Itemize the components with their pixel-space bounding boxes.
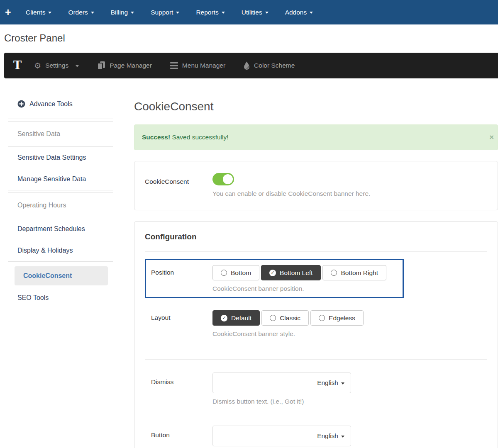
button-controls: English Policy link button text. (i.e., … xyxy=(212,426,351,448)
language-label: English xyxy=(317,432,338,440)
droplet-icon xyxy=(244,61,250,70)
radio-circle-icon xyxy=(319,315,325,321)
nav-item-utilities[interactable]: Utilities xyxy=(233,0,277,24)
sidebar-divider xyxy=(8,119,113,122)
button-label: Default xyxy=(231,314,251,322)
language-label: English xyxy=(317,379,338,387)
toolbar-item-label: Page Manager xyxy=(110,62,152,69)
nav-item-addons[interactable]: Addons xyxy=(277,0,322,24)
top-navbar: + Clients Orders Billing Support Reports… xyxy=(0,0,498,24)
sidebar-item-advance-tools[interactable]: Advance Tools xyxy=(8,99,113,109)
chevron-down-icon xyxy=(222,12,225,14)
configuration-card: Configuration Position Bottom ✓ xyxy=(134,221,498,448)
chevron-down-icon xyxy=(341,436,344,438)
dismiss-language-select[interactable]: English xyxy=(317,379,344,387)
layout-option-classic[interactable]: Classic xyxy=(261,310,309,326)
field-label-button: Button xyxy=(146,426,212,448)
nav-item-support[interactable]: Support xyxy=(142,0,188,24)
close-icon[interactable]: × xyxy=(489,133,494,141)
sidebar-item-department-schedules[interactable]: Department Schedules xyxy=(8,218,113,240)
dismiss-input[interactable]: English xyxy=(212,373,351,393)
page-title: Croster Panel xyxy=(4,32,498,44)
alert-strong-text: Success! xyxy=(142,134,170,141)
chevron-down-icon xyxy=(76,65,79,67)
addon-toolbar: T ⚙ Settings Page Manager Menu Manager C… xyxy=(4,53,498,78)
nav-item-label: Support xyxy=(151,9,173,16)
sidebar-item-label: Advance Tools xyxy=(29,100,73,108)
chevron-down-icon xyxy=(341,382,344,385)
chevron-down-icon xyxy=(131,12,134,14)
field-label-layout: Layout xyxy=(146,310,212,338)
radio-circle-icon xyxy=(331,270,337,276)
content-area: Advance Tools Sensitive Data Sensitive D… xyxy=(0,99,498,448)
check-circle-icon: ✓ xyxy=(221,315,227,321)
position-option-bottom[interactable]: Bottom xyxy=(212,265,259,280)
nav-item-label: Billing xyxy=(111,9,128,16)
field-help-text: CookieConsent banner style. xyxy=(212,330,364,338)
button-label: Bottom Right xyxy=(341,269,378,277)
field-label-cookieconsent: CookieConsent xyxy=(145,173,212,197)
position-button-group: Bottom ✓ Bottom Left Bottom Right xyxy=(212,265,386,280)
theme-logo-icon[interactable]: T xyxy=(13,59,22,72)
position-field-highlight-box: Position Bottom ✓ Bottom Left xyxy=(145,259,404,298)
sidebar-item-display-holidays[interactable]: Display & Holidays xyxy=(8,240,113,261)
sidebar-item-seo-tools[interactable]: SEO Tools xyxy=(8,287,113,309)
divider xyxy=(145,251,487,252)
position-option-bottom-right[interactable]: Bottom Right xyxy=(322,265,386,280)
field-label-dismiss: Dismiss xyxy=(146,373,212,405)
plus-icon[interactable]: + xyxy=(4,6,17,18)
nav-item-reports[interactable]: Reports xyxy=(188,0,233,24)
nav-item-label: Utilities xyxy=(242,9,262,16)
page-section-title: CookieConsent xyxy=(134,99,498,113)
card-title: Configuration xyxy=(145,232,487,241)
toolbar-item-label: Color Scheme xyxy=(254,62,295,69)
layout-option-default[interactable]: ✓ Default xyxy=(212,310,260,326)
button-field-box: Button English Policy link button text. … xyxy=(145,419,404,448)
cookieconsent-toggle[interactable] xyxy=(212,173,234,185)
chevron-down-icon xyxy=(176,12,179,14)
main-panel: CookieConsent Success! Saved successfull… xyxy=(134,99,498,448)
dismiss-text-field[interactable] xyxy=(219,373,317,393)
button-input[interactable]: English xyxy=(212,426,351,446)
sidebar-item-sensitive-data-settings[interactable]: Sensitive Data Settings xyxy=(8,147,113,168)
toolbar-item-settings[interactable]: ⚙ Settings xyxy=(34,62,79,70)
nav-item-billing[interactable]: Billing xyxy=(103,0,142,24)
sidebar-item-manage-sensitive-data[interactable]: Manage Sensitive Data xyxy=(8,168,113,190)
plus-circle-icon xyxy=(17,100,25,108)
nav-item-orders[interactable]: Orders xyxy=(60,0,102,24)
cookieconsent-enable-card: CookieConsent You can enable or disable … xyxy=(134,161,498,210)
nav-item-label: Orders xyxy=(68,9,88,16)
nav-item-clients[interactable]: Clients xyxy=(17,0,60,24)
toolbar-item-label: Settings xyxy=(45,62,68,69)
toolbar-item-menu-manager[interactable]: Menu Manager xyxy=(170,62,225,69)
check-circle-icon: ✓ xyxy=(269,270,276,276)
field-help-text: CookieConsent banner position. xyxy=(212,285,386,292)
sidebar-divider xyxy=(8,261,113,262)
field-label-position: Position xyxy=(146,265,212,292)
button-text-field[interactable] xyxy=(219,426,317,446)
field-help-text: You can enable or disable CookieConsent … xyxy=(212,190,370,197)
sidebar-divider xyxy=(8,190,113,193)
nav-item-label: Clients xyxy=(26,9,45,16)
button-label: Classic xyxy=(280,314,300,322)
layout-controls: ✓ Default Classic Edgeless xyxy=(212,310,364,338)
chevron-down-icon xyxy=(48,12,51,14)
chevron-down-icon xyxy=(310,12,313,14)
layout-field-box: Layout ✓ Default Classic xyxy=(145,304,404,343)
button-label: Edgeless xyxy=(329,314,355,322)
button-label: Bottom Left xyxy=(280,269,312,277)
sidebar-item-cookieconsent[interactable]: CookieConsent xyxy=(15,266,108,285)
toolbar-item-page-manager[interactable]: Page Manager xyxy=(97,61,152,70)
toolbar-item-label: Menu Manager xyxy=(182,62,225,69)
toolbar-item-color-scheme[interactable]: Color Scheme xyxy=(244,61,295,70)
toggle-knob xyxy=(223,174,233,184)
button-language-select[interactable]: English xyxy=(317,432,344,440)
position-option-bottom-left[interactable]: ✓ Bottom Left xyxy=(261,265,321,280)
position-controls: Bottom ✓ Bottom Left Bottom Right C xyxy=(212,265,386,292)
menu-bars-icon xyxy=(170,62,178,69)
dismiss-controls: English Dismiss button text. (i.e., Got … xyxy=(212,373,351,405)
sidebar: Advance Tools Sensitive Data Sensitive D… xyxy=(8,99,113,448)
layout-button-group: ✓ Default Classic Edgeless xyxy=(212,310,364,326)
layout-option-edgeless[interactable]: Edgeless xyxy=(310,310,364,326)
pages-icon xyxy=(97,61,105,70)
